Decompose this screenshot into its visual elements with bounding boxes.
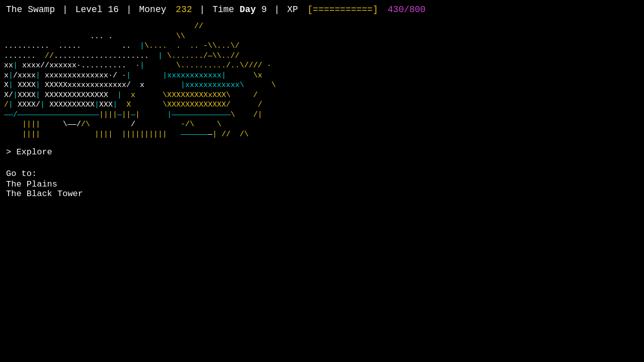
map-line: xx| xxxx//xxxxxx·.......... ·| \........… [4,61,640,71]
map-line: // [4,22,640,32]
game-map: // ... . \\.......... ..... .. |\.... . … [0,20,644,141]
level-label: Level [75,5,103,15]
map-line: ....... //..................... | \.....… [4,51,640,61]
map-line: X| XXXX| XXXXXxxxxxxxxxxxxx/ x |xxxxxxxx… [4,80,640,90]
map-line: /| XXXX/| XXXXXXXXXX|XXX| X \XXXXXXXXXXX… [4,100,640,110]
sep2: | [126,5,137,15]
xp-bar: [===========] [307,5,378,15]
map-line: |||| |||| |||||||||| ———————| // /\ [4,130,640,140]
explore-chevron: > [6,147,11,157]
header-bar: The Swamp | Level 16 | Money 232 | Time … [0,0,644,20]
goto-section: Go to: The Plains The Black Tower [0,161,644,201]
sep3: | [200,5,211,15]
sep1: | [62,5,73,15]
goto-title: Go to: [6,169,638,178]
goto-item-tower[interactable]: The Black Tower [6,189,638,199]
map-line: X/|XXXX| XXXXXXXXXXXXXX | x \XXXXXXXXXxX… [4,90,640,101]
map-line: ——/——————————————————||||—||—| |————————… [4,110,640,120]
location-label: The Swamp [6,5,55,15]
time-label: Time Day 9 [212,5,267,15]
sep4: | [274,5,285,15]
xp-value: 430/800 [387,5,426,15]
explore-line[interactable]: > Explore [6,147,638,157]
map-line: |||| \——//\ / -/\ \ [4,120,640,130]
map-line: .......... ..... .. |\.... . .. -\\...\/ [4,41,640,51]
map-line: x|/xxxx| xxxxxxxxxxxxxx·/ ·| |xxxxxxxxxx… [4,71,640,81]
action-area: > Explore [0,141,644,161]
money-label: Money [139,5,167,15]
money-value: 232 [176,5,192,15]
xp-label: XP [287,5,298,15]
map-line: ... . \\ [4,32,640,42]
goto-item-plains[interactable]: The Plains [6,179,638,189]
